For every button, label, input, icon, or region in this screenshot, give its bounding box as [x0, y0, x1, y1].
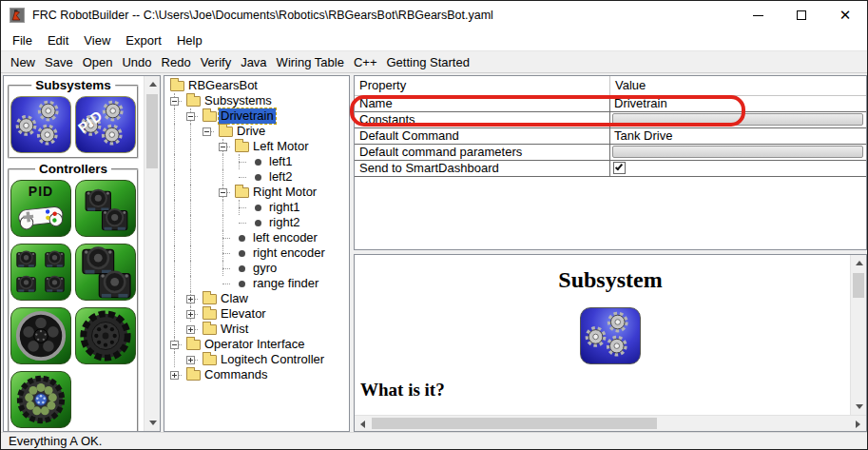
tree-guide-line: [190, 154, 191, 169]
send-to-smartdashboard-checkbox[interactable]: [613, 162, 626, 174]
tree-label: Drivetrain: [219, 108, 276, 124]
close-button[interactable]: ✕: [823, 1, 867, 29]
tree-expand-icon[interactable]: [186, 356, 195, 364]
property-table-header: Property Value: [355, 76, 866, 96]
tree-node-subsystems[interactable]: Subsystems: [164, 93, 349, 108]
tree-node-left-motor[interactable]: Left Motor: [164, 139, 349, 154]
tree-collapse-icon[interactable]: [219, 143, 227, 151]
folder-icon: [203, 324, 217, 335]
tree-node-left-encoder[interactable]: left encoder: [164, 230, 349, 245]
tree-label: Subsystems: [203, 93, 274, 108]
minimize-button[interactable]: [736, 1, 780, 29]
toolbar-verify-button[interactable]: Verify: [196, 53, 237, 71]
property-name: Default Command: [355, 128, 609, 144]
toolbar-c-button[interactable]: C++: [349, 53, 382, 71]
tree-expand-icon[interactable]: [186, 325, 195, 334]
help-horizontal-scrollbar[interactable]: [355, 415, 866, 431]
tree-node-elevator[interactable]: Elevator: [164, 306, 349, 322]
wheel-icon: [11, 308, 70, 363]
tree-collapse-icon[interactable]: [203, 127, 211, 136]
property-value-cell[interactable]: Tank Drive: [609, 128, 866, 144]
toolbar-undo-button[interactable]: Undo: [117, 53, 156, 71]
menu-file[interactable]: File: [5, 31, 40, 49]
toolbar-java-button[interactable]: Java: [236, 53, 271, 71]
tree-connector-line: [222, 268, 230, 269]
robot-tree[interactable]: RBGearsBotSubsystemsDrivetrainDriveLeft …: [164, 75, 350, 432]
scroll-down-icon[interactable]: [145, 415, 161, 431]
pid-subsystem-tile[interactable]: PID: [75, 96, 136, 153]
motor-controller-quad-tile[interactable]: [10, 244, 71, 301]
toolbar-open-button[interactable]: Open: [78, 53, 118, 71]
constants-value-button[interactable]: [612, 113, 863, 126]
omni-wheel-tile[interactable]: [75, 307, 136, 364]
scroll-down-icon[interactable]: [851, 399, 867, 415]
palette-scrollbar-thumb[interactable]: [146, 94, 158, 168]
mecanum-wheel-tile[interactable]: [10, 371, 71, 428]
tree-node-gyro[interactable]: gyro: [164, 261, 349, 276]
tree-collapse-icon[interactable]: [170, 97, 179, 106]
motor-controller-pair-tile[interactable]: [75, 180, 136, 237]
wheel-tile[interactable]: [10, 307, 71, 364]
toolbar-getting-started-button[interactable]: Getting Started: [381, 53, 473, 71]
toolbar-wiring-table-button[interactable]: Wiring Table: [272, 53, 349, 71]
tree-node-right-encoder[interactable]: right encoder: [164, 245, 349, 261]
palette-scrollbar[interactable]: [144, 76, 160, 431]
help-vscroll-thumb[interactable]: [853, 273, 864, 298]
folder-icon: [186, 96, 201, 107]
scroll-up-icon[interactable]: [145, 76, 161, 92]
tree-node-drivetrain[interactable]: Drivetrain: [164, 108, 349, 124]
property-value-cell[interactable]: [609, 112, 866, 127]
tree-guide-line: [174, 352, 175, 367]
app-window: FRC RobotBuilder -- C:\Users\Joe\Documen…: [0, 0, 868, 450]
help-vertical-scrollbar[interactable]: [850, 255, 866, 415]
property-row-default-command-parameters: Default command parameters: [355, 145, 866, 161]
motor-controller-pair-large-tile[interactable]: [75, 244, 136, 301]
toolbar-redo-button[interactable]: Redo: [157, 53, 196, 71]
tree-node-left1[interactable]: left1: [164, 154, 349, 169]
scroll-right-icon[interactable]: [850, 416, 866, 432]
scroll-left-icon[interactable]: [355, 416, 371, 432]
default-command-value[interactable]: Tank Drive: [610, 128, 672, 143]
default-command-parameters-value-button[interactable]: [612, 146, 863, 158]
folder-icon: [203, 294, 217, 304]
tree-node-operator-interface[interactable]: Operator Interface: [164, 337, 349, 352]
palette-group-controllers: ControllersPID: [8, 168, 139, 432]
toolbar-new-button[interactable]: New: [6, 53, 40, 71]
property-value-cell[interactable]: [609, 145, 866, 160]
maximize-button[interactable]: [780, 1, 823, 29]
tree-node-range-finder[interactable]: range finder: [164, 276, 349, 291]
tree-expand-icon[interactable]: [186, 310, 195, 319]
property-value-cell[interactable]: [609, 161, 866, 176]
bullet-icon: [255, 174, 261, 181]
bullet-icon: [255, 220, 261, 226]
menu-view[interactable]: View: [76, 31, 118, 49]
scroll-up-icon[interactable]: [851, 255, 867, 271]
subsystem-tile[interactable]: [10, 96, 71, 153]
property-row-default-command: Default CommandTank Drive: [355, 128, 866, 145]
tree-node-right2[interactable]: right2: [164, 215, 349, 230]
name-value[interactable]: Drivetrain: [610, 96, 667, 110]
tree-collapse-icon[interactable]: [186, 112, 195, 121]
tree-expand-icon[interactable]: [186, 295, 195, 303]
tree-guide-line: [190, 169, 191, 185]
tree-node-wrist[interactable]: Wrist: [164, 322, 349, 337]
property-value-cell[interactable]: Drivetrain: [609, 96, 866, 111]
tree-node-right1[interactable]: right1: [164, 200, 349, 215]
tree-node-logitech-controller[interactable]: Logitech Controller: [164, 352, 349, 367]
help-hscroll-thumb[interactable]: [372, 418, 657, 429]
tree-expand-icon[interactable]: [170, 371, 179, 380]
tree-node-right-motor[interactable]: Right Motor: [164, 185, 349, 200]
tree-node-commands[interactable]: Commands: [164, 367, 349, 382]
menu-help[interactable]: Help: [169, 31, 210, 49]
menu-export[interactable]: Export: [118, 31, 169, 49]
tree-label: right1: [267, 200, 302, 215]
tree-node-drive[interactable]: Drive: [164, 124, 349, 139]
tree-collapse-icon[interactable]: [219, 188, 227, 197]
tree-collapse-icon[interactable]: [170, 341, 179, 349]
toolbar-save-button[interactable]: Save: [40, 53, 78, 71]
tree-node-claw[interactable]: Claw: [164, 291, 349, 306]
tree-node-left2[interactable]: left2: [164, 169, 349, 185]
pid-controller-tile[interactable]: PID: [10, 180, 71, 237]
menu-edit[interactable]: Edit: [40, 31, 76, 49]
tree-node-rbgearsbot[interactable]: RBGearsBot: [164, 78, 349, 93]
